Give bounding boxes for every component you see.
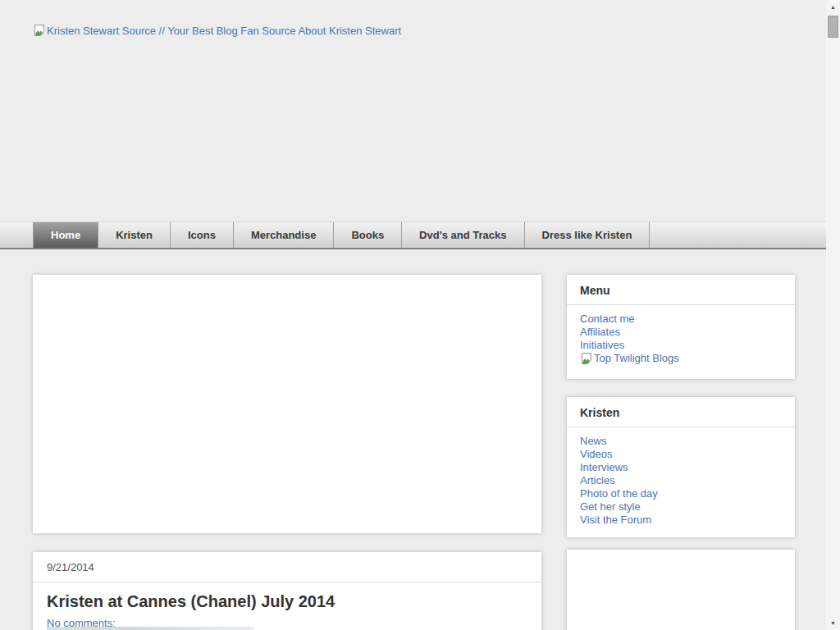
- sidebar-link-affiliates[interactable]: Affiliates: [580, 326, 782, 339]
- main-nav: Home Kristen Icons Merchandise Books Dvd…: [0, 221, 826, 249]
- site-banner-text: Kristen Stewart Source // Your Best Blog…: [47, 25, 401, 37]
- tab-dress-like-kristen[interactable]: Dress like Kristen: [524, 222, 651, 248]
- scrollbar-thumb[interactable]: [828, 16, 838, 38]
- scroll-down-arrow-icon[interactable]: ▼: [826, 616, 840, 630]
- post-image-top-edge: [47, 627, 254, 630]
- widget-kristen-title: Kristen: [567, 397, 795, 427]
- tab-dvds-and-tracks[interactable]: Dvd's and Tracks: [401, 222, 523, 248]
- sidebar-link-get-her-style[interactable]: Get her style: [580, 500, 782, 514]
- tab-icons[interactable]: Icons: [170, 222, 233, 248]
- site-banner-link[interactable]: Kristen Stewart Source // Your Best Blog…: [33, 24, 401, 37]
- sidebar-link-top-twilight-blogs[interactable]: Top Twilight Blogs: [580, 352, 679, 365]
- sidebar-link-visit-the-forum[interactable]: Visit the Forum: [580, 514, 782, 527]
- vertical-scrollbar[interactable]: ▲ ▼: [826, 0, 840, 630]
- sidebar-link-contact-me[interactable]: Contact me: [580, 313, 782, 326]
- badge-link-label: Top Twilight Blogs: [594, 352, 679, 365]
- main-column: 9/21/2014 Kristen at Cannes (Chanel) Jul…: [33, 275, 541, 630]
- sidebar-link-interviews[interactable]: Interviews: [580, 461, 782, 474]
- sidebar: Menu Contact me Affiliates Initiatives T…: [567, 275, 795, 630]
- nav-spacer: [0, 222, 33, 248]
- tab-home[interactable]: Home: [33, 222, 98, 248]
- widget-kristen: Kristen News Videos Interviews Articles …: [567, 397, 795, 537]
- sidebar-link-news[interactable]: News: [580, 435, 782, 448]
- post-title: Kristen at Cannes (Chanel) July 2014: [33, 582, 541, 615]
- widget-menu-title: Menu: [567, 275, 795, 305]
- sidebar-link-initiatives[interactable]: Initiatives: [580, 339, 782, 352]
- scroll-up-arrow-icon[interactable]: ▲: [826, 0, 840, 14]
- widget-placeholder-box: [567, 550, 795, 630]
- post-date: 9/21/2014: [33, 552, 541, 582]
- sidebar-link-videos[interactable]: Videos: [580, 448, 782, 461]
- tab-kristen[interactable]: Kristen: [98, 222, 170, 248]
- tab-books[interactable]: Books: [333, 222, 401, 248]
- widget-menu: Menu Contact me Affiliates Initiatives T…: [567, 275, 795, 379]
- sidebar-link-photo-of-the-day[interactable]: Photo of the day: [580, 487, 782, 500]
- content-placeholder-box: [33, 275, 541, 533]
- broken-image-icon: [580, 352, 593, 365]
- tab-merchandise[interactable]: Merchandise: [233, 222, 333, 248]
- broken-image-icon: [33, 24, 46, 37]
- post-card: 9/21/2014 Kristen at Cannes (Chanel) Jul…: [33, 552, 541, 630]
- sidebar-link-articles[interactable]: Articles: [580, 474, 782, 487]
